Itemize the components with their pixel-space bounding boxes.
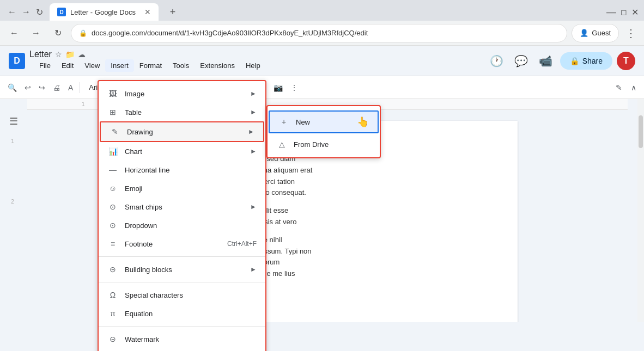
back-button[interactable]: ←	[5, 5, 19, 19]
menu-item-watermark-label: Watermark	[125, 335, 257, 343]
menu-item-table-label: Table	[125, 108, 244, 116]
spelling-button[interactable]: A	[65, 80, 76, 95]
menu-divider-3	[99, 326, 265, 327]
docs-menubar: File Edit View Insert Format Tools Exten…	[34, 59, 266, 72]
outline-icon[interactable]: ☰	[9, 115, 18, 127]
menu-item-chart-label: Chart	[125, 147, 244, 156]
menu-item-footnote-label: Footnote	[125, 240, 221, 248]
reload-button[interactable]: ↻	[34, 5, 45, 20]
tab-favicon: D	[57, 8, 66, 16]
image-toolbar-button[interactable]: 📷	[270, 80, 286, 95]
menu-item-footnote[interactable]: ≡ Footnote Ctrl+Alt+F	[99, 235, 265, 253]
edit-mode-button[interactable]: ✎	[612, 80, 625, 95]
page-num-2: 2	[11, 199, 14, 205]
forward-button[interactable]: →	[20, 5, 33, 19]
back-nav-button[interactable]: ←	[5, 24, 23, 42]
new-tab-button[interactable]: +	[165, 4, 180, 20]
menu-help[interactable]: Help	[240, 59, 266, 72]
menu-edit[interactable]: Edit	[56, 59, 79, 72]
expand-button[interactable]: ∧	[628, 80, 640, 95]
emoji-icon: ☺	[107, 183, 118, 194]
minimize-button[interactable]: —	[606, 7, 616, 18]
menu-item-special-characters[interactable]: Ω Special characters	[99, 286, 265, 304]
menu-item-building-blocks-label: Building blocks	[125, 266, 244, 274]
scrollbar[interactable]	[637, 99, 644, 322]
watermark-icon: ⊝	[107, 334, 118, 344]
reload-nav-button[interactable]: ↻	[49, 24, 66, 42]
tab-close-button[interactable]: ✕	[144, 8, 151, 16]
menu-item-image[interactable]: 🖼 Image ►	[99, 84, 265, 103]
new-icon: +	[278, 116, 289, 127]
browser-tab[interactable]: D Letter - Google Docs ✕	[50, 3, 159, 21]
menu-item-equation-label: Equation	[125, 310, 257, 318]
arrow-icon: ►	[250, 147, 257, 155]
image-icon: 🖼	[107, 88, 118, 99]
menu-item-building-blocks[interactable]: ⊝ Building blocks ►	[99, 260, 265, 279]
undo-button[interactable]: ↩	[21, 80, 34, 95]
menu-insert[interactable]: Insert	[105, 59, 134, 72]
footnote-icon: ≡	[107, 238, 118, 249]
drive-icon: △	[276, 139, 287, 150]
browser-more-button[interactable]: ⋮	[623, 24, 639, 42]
footnote-shortcut: Ctrl+Alt+F	[227, 240, 257, 248]
guest-button[interactable]: 👤 Guest	[572, 24, 619, 42]
comments-button[interactable]: 💬	[511, 51, 531, 71]
smart-chips-icon: ⊙	[107, 201, 118, 212]
menu-item-chart[interactable]: 📊 Chart ►	[99, 142, 265, 161]
folder-icon[interactable]: 📁	[65, 50, 75, 59]
arrow-icon: ►	[248, 128, 254, 136]
maximize-button[interactable]: ◻	[621, 8, 627, 16]
search-toolbar-button[interactable]: 🔍	[4, 80, 20, 95]
close-button[interactable]: ✕	[631, 7, 639, 17]
menu-format[interactable]: Format	[134, 59, 167, 72]
menu-file[interactable]: File	[34, 59, 56, 72]
submenu-item-from-drive-label: From Drive	[294, 140, 329, 149]
user-avatar[interactable]: T	[617, 52, 635, 70]
forward-nav-button[interactable]: →	[27, 24, 45, 42]
print-button[interactable]: 🖨	[50, 80, 64, 95]
menu-item-smart-chips[interactable]: ⊙ Smart chips ►	[99, 198, 265, 216]
guest-label: Guest	[592, 29, 611, 37]
video-button[interactable]: 📹	[536, 51, 556, 71]
menu-item-emoji[interactable]: ☺ Emoji	[99, 179, 265, 198]
submenu-item-from-drive[interactable]: △ From Drive	[268, 134, 380, 154]
building-blocks-icon: ⊝	[107, 264, 118, 275]
docs-sidebar: ☰ 1 2	[0, 99, 27, 322]
redo-button[interactable]: ↪	[35, 80, 48, 95]
drawing-submenu[interactable]: + New 👆 △ From Drive	[266, 105, 381, 158]
scrollbar-thumb[interactable]	[639, 115, 643, 148]
menu-item-drawing[interactable]: ✎ Drawing ►	[100, 121, 264, 142]
history-button[interactable]: 🕐	[487, 51, 507, 71]
cursor-icon: 👆	[357, 116, 369, 128]
menu-item-watermark[interactable]: ⊝ Watermark	[99, 330, 265, 348]
doc-title[interactable]: Letter	[29, 50, 52, 59]
share-label: Share	[582, 57, 603, 65]
address-bar[interactable]: 🔒 docs.google.com/document/d/1-kvH3gCdje…	[71, 24, 567, 42]
dropdown-icon: ⊙	[107, 220, 118, 231]
menu-item-dropdown[interactable]: ⊙ Dropdown	[99, 216, 265, 235]
browser-navbar: ← → ↻ 🔒 docs.google.com/document/d/1-kvH…	[0, 21, 644, 46]
menu-item-image-label: Image	[125, 90, 244, 98]
menu-item-table[interactable]: ⊞ Table ►	[99, 103, 265, 121]
docs-title-area: Letter ☆ 📁 ☁ File Edit View Insert Forma…	[29, 50, 266, 72]
toolbar-sep-1	[80, 82, 80, 93]
menu-item-equation[interactable]: π Equation	[99, 304, 265, 323]
arrow-icon: ►	[250, 203, 257, 211]
docs-logo: D	[9, 53, 25, 69]
menu-item-horizontal-line[interactable]: — Horizontal line	[99, 161, 265, 179]
docs-header: D Letter ☆ 📁 ☁ File Edit View Insert For…	[0, 46, 644, 76]
submenu-item-new-label: New	[296, 118, 310, 126]
menu-item-horizontal-line-label: Horizontal line	[125, 166, 257, 174]
star-icon[interactable]: ☆	[55, 50, 62, 59]
menu-extensions[interactable]: Extensions	[195, 59, 240, 72]
submenu-item-new[interactable]: + New 👆	[269, 110, 379, 133]
cloud-icon[interactable]: ☁	[78, 50, 86, 59]
menu-divider-1	[99, 256, 265, 257]
menu-tools[interactable]: Tools	[167, 59, 195, 72]
menu-view[interactable]: View	[79, 59, 105, 72]
window-controls: ← → ↻	[5, 5, 45, 20]
menu-item-headers-footers[interactable]: ⊟ Headers & footers ►	[99, 348, 265, 351]
share-button[interactable]: 🔒 Share	[560, 52, 612, 70]
more-toolbar-button[interactable]: ⋮	[287, 80, 301, 95]
insert-menu[interactable]: 🖼 Image ► ⊞ Table ► ✎ Drawing ► 📊 Chart …	[98, 80, 266, 351]
